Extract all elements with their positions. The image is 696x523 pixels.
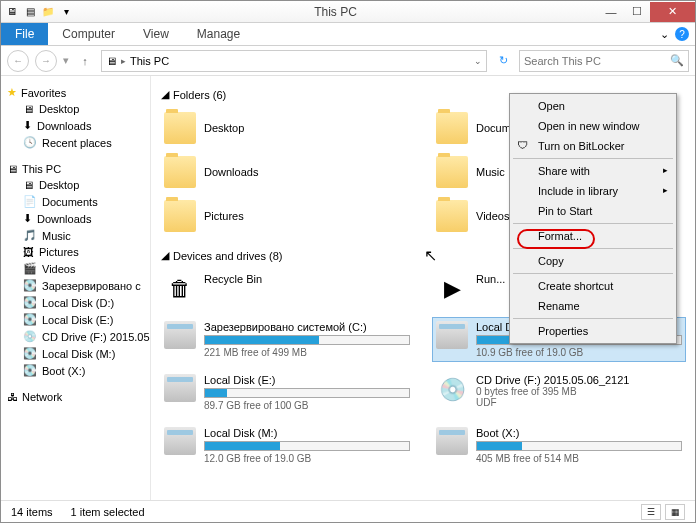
folder-icon (436, 112, 468, 144)
tab-computer[interactable]: Computer (48, 23, 129, 45)
sidebar-item[interactable]: 💽Boot (X:) (1, 362, 150, 379)
menu-item[interactable]: Format... (512, 226, 674, 246)
menu-item[interactable]: Rename (512, 296, 674, 316)
drive-item[interactable]: 🗑Recycle Bin (161, 270, 413, 308)
folder-item[interactable]: Desktop (161, 109, 413, 147)
menu-label: Open (538, 100, 565, 112)
menu-label: Open in new window (538, 120, 640, 132)
status-bar: 14 items 1 item selected ☰ ▦ (1, 500, 695, 522)
sidebar-item[interactable]: ⬇Downloads (1, 210, 150, 227)
details-view-button[interactable]: ☰ (641, 504, 661, 520)
sidebar-network-header[interactable]: 🖧Network (1, 389, 150, 405)
drive-free: 221 MB free of 499 MB (204, 347, 410, 358)
address-path: This PC (130, 55, 169, 67)
folder-item[interactable]: Downloads (161, 153, 413, 191)
address-dropdown-icon[interactable]: ⌄ (474, 56, 482, 66)
folder-label: Music (476, 166, 505, 178)
sidebar-item-desktop[interactable]: 🖥Desktop (1, 101, 150, 117)
drive-item[interactable]: Зарезервировано системой (C:)221 MB free… (161, 318, 413, 361)
sidebar-item[interactable]: 💽Local Disk (E:) (1, 311, 150, 328)
search-icon: 🔍 (670, 54, 684, 67)
menu-item[interactable]: Pin to Start (512, 201, 674, 221)
drive-free: 10.9 GB free of 19.0 GB (476, 347, 682, 358)
folder-icon (164, 200, 196, 232)
capacity-bar (204, 441, 410, 451)
folder-icon (164, 112, 196, 144)
menu-item[interactable]: Create shortcut (512, 276, 674, 296)
drive-icon: 📄 (23, 195, 37, 208)
menu-label: Properties (538, 325, 588, 337)
sidebar-item[interactable]: 🎬Videos (1, 260, 150, 277)
minimize-button[interactable]: — (598, 2, 624, 22)
sidebar-item-downloads[interactable]: ⬇Downloads (1, 117, 150, 134)
folder-label: Videos (476, 210, 509, 222)
sidebar-item[interactable]: 🎵Music (1, 227, 150, 244)
drive-icon: 💽 (23, 279, 37, 292)
drive-name: Зарезервировано системой (C:) (204, 321, 410, 333)
sidebar-favorites-header[interactable]: ★Favorites (1, 84, 150, 101)
menu-label: Include in library (538, 185, 618, 197)
refresh-button[interactable]: ↻ (493, 51, 513, 71)
menu-item[interactable]: Share with (512, 161, 674, 181)
menu-item[interactable]: Open in new window (512, 116, 674, 136)
forward-button[interactable]: → (35, 50, 57, 72)
drive-item[interactable]: Local Disk (E:)89.7 GB free of 100 GB (161, 371, 413, 414)
sidebar-thispc-header[interactable]: 🖥This PC (1, 161, 150, 177)
cd-icon: 💿 (436, 374, 468, 406)
drive-name: Boot (X:) (476, 427, 682, 439)
drive-name: Local Disk (E:) (204, 374, 410, 386)
sidebar-item[interactable]: 💿CD Drive (F:) 2015.05 (1, 328, 150, 345)
sidebar-item[interactable]: 💽Local Disk (D:) (1, 294, 150, 311)
menu-label: Create shortcut (538, 280, 613, 292)
sidebar: ★Favorites 🖥Desktop ⬇Downloads 🕓Recent p… (1, 76, 151, 500)
sidebar-item[interactable]: 💽Local Disk (M:) (1, 345, 150, 362)
status-selected: 1 item selected (71, 506, 145, 518)
drive-icon (164, 374, 196, 402)
drive-free: 12.0 GB free of 19.0 GB (204, 453, 410, 464)
back-button[interactable]: ← (7, 50, 29, 72)
tab-manage[interactable]: Manage (183, 23, 254, 45)
menu-label: Format... (538, 230, 582, 242)
address-bar[interactable]: 🖥 ▸ This PC ⌄ (101, 50, 487, 72)
sidebar-item[interactable]: 💽Зарезервировано с (1, 277, 150, 294)
help-icon[interactable]: ? (675, 27, 689, 41)
drive-icon: 💿 (23, 330, 37, 343)
menu-item[interactable]: 🛡Turn on BitLocker (512, 136, 674, 156)
folder-label: Downloads (204, 166, 258, 178)
sidebar-item[interactable]: 🖥Desktop (1, 177, 150, 193)
drive-icon (436, 427, 468, 455)
sidebar-item[interactable]: 🖼Pictures (1, 244, 150, 260)
close-button[interactable]: ✕ (650, 2, 695, 22)
drive-item[interactable]: Local Disk (M:)12.0 GB free of 19.0 GB (161, 424, 413, 467)
recycle-icon: 🗑 (164, 273, 196, 305)
menu-item[interactable]: Properties (512, 321, 674, 341)
drive-icon: 💽 (23, 364, 37, 377)
drive-sub: UDF (476, 397, 682, 408)
up-button[interactable]: ↑ (75, 51, 95, 71)
file-tab[interactable]: File (1, 23, 48, 45)
desktop-icon: 🖥 (23, 103, 34, 115)
downloads-icon: ⬇ (23, 119, 32, 132)
history-dropdown-icon[interactable]: ▾ (63, 54, 69, 67)
drive-icon (164, 427, 196, 455)
drive-item[interactable]: 💿CD Drive (F:) 2015.05.06_21210 bytes fr… (433, 371, 685, 414)
ribbon-expand-icon[interactable]: ⌄ (660, 28, 669, 41)
folder-item[interactable]: Pictures (161, 197, 413, 235)
menu-item[interactable]: Open (512, 96, 674, 116)
menu-item[interactable]: Include in library (512, 181, 674, 201)
sidebar-item[interactable]: 📄Documents (1, 193, 150, 210)
search-box[interactable]: 🔍 (519, 50, 689, 72)
drive-icon (436, 321, 468, 349)
qat-dropdown-icon[interactable]: ▾ (59, 5, 73, 19)
sidebar-item-recent[interactable]: 🕓Recent places (1, 134, 150, 151)
qat-properties-icon[interactable]: ▤ (23, 5, 37, 19)
drive-icon: 🎬 (23, 262, 37, 275)
drive-item[interactable]: Boot (X:)405 MB free of 514 MB (433, 424, 685, 467)
tiles-view-button[interactable]: ▦ (665, 504, 685, 520)
menu-icon: 🛡 (517, 139, 531, 153)
menu-item[interactable]: Copy (512, 251, 674, 271)
qat-newfolder-icon[interactable]: 📁 (41, 5, 55, 19)
tab-view[interactable]: View (129, 23, 183, 45)
search-input[interactable] (524, 55, 670, 67)
maximize-button[interactable]: ☐ (624, 2, 650, 22)
